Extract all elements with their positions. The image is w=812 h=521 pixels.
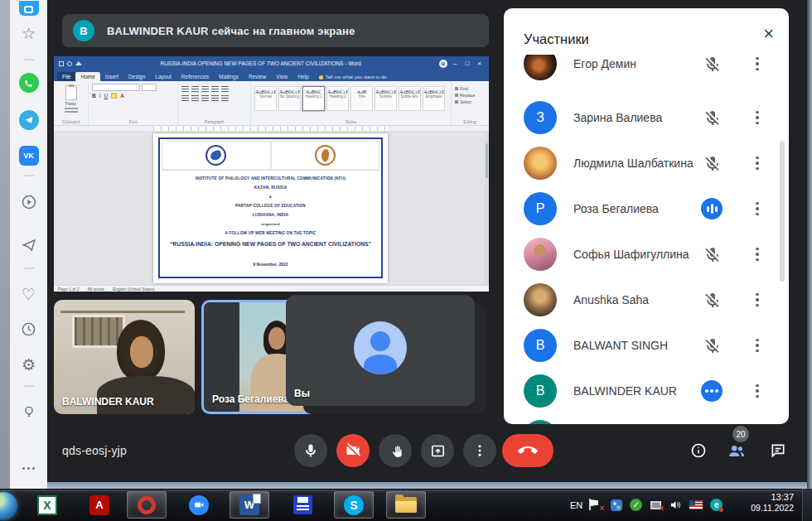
- participant-row[interactable]: Егор Демин: [504, 55, 789, 86]
- tab-review[interactable]: Review: [244, 72, 271, 81]
- taskbar-save-app[interactable]: [283, 491, 322, 519]
- taskbar-word[interactable]: W: [230, 491, 269, 519]
- end-call-button[interactable]: [502, 434, 553, 467]
- more-options-icon[interactable]: [751, 244, 764, 265]
- us-flag-icon[interactable]: [689, 500, 703, 509]
- more-options-icon[interactable]: [751, 198, 764, 219]
- taskbar-acrobat[interactable]: A: [80, 491, 119, 519]
- bookmarks-star-icon[interactable]: ☆: [10, 23, 47, 43]
- font-name-box[interactable]: [92, 84, 140, 91]
- tray-e-icon[interactable]: e: [710, 499, 723, 511]
- vk-icon[interactable]: VK: [10, 146, 47, 166]
- tell-me-box[interactable]: Tell me what you want to do: [314, 73, 392, 81]
- telegram-icon[interactable]: [10, 110, 47, 130]
- cut-copy-lines[interactable]: [65, 108, 78, 109]
- send-arrow-icon[interactable]: [10, 235, 47, 255]
- lightbulb-icon[interactable]: [10, 402, 47, 422]
- whatsapp-icon[interactable]: [10, 73, 47, 93]
- line-spacing-icon[interactable]: [221, 95, 229, 102]
- align-left-icon[interactable]: [181, 95, 189, 102]
- close-panel-icon[interactable]: ×: [763, 25, 774, 43]
- word-account-avatar[interactable]: B: [439, 60, 447, 68]
- style-chip[interactable]: AaBbCcDdNormal: [254, 86, 277, 111]
- present-button[interactable]: [421, 434, 454, 467]
- font-size-box[interactable]: [142, 84, 157, 91]
- more-options-icon[interactable]: [751, 335, 764, 356]
- mic-button[interactable]: [294, 434, 327, 467]
- participant-row[interactable]: B BALWINDER KAUR: [504, 414, 789, 424]
- tab-help[interactable]: Help: [292, 72, 313, 81]
- style-chip[interactable]: AaBbCcDdEmphasis: [423, 86, 445, 111]
- more-options-icon[interactable]: [751, 55, 764, 75]
- bullets-icon[interactable]: [181, 86, 189, 93]
- participant-row[interactable]: B BALWINDER KAUR: [504, 369, 789, 413]
- style-chip[interactable]: AaBbCcDSubtitle: [375, 86, 397, 111]
- style-chip[interactable]: AaBbCcDHeading 2: [326, 86, 349, 111]
- close-button[interactable]: ×: [475, 60, 484, 67]
- device-error-icon[interactable]: ×: [650, 499, 662, 511]
- taskbar-explorer[interactable]: [386, 491, 426, 519]
- style-chip[interactable]: AaBbCcDdNo Spacing: [278, 86, 301, 111]
- undo-icon[interactable]: [67, 61, 72, 66]
- align-center-icon[interactable]: [191, 95, 199, 102]
- history-clock-icon[interactable]: [10, 319, 47, 339]
- taskbar-opera[interactable]: [127, 491, 167, 519]
- more-options-icon[interactable]: [751, 380, 764, 402]
- taskbar-skype[interactable]: S: [334, 491, 374, 519]
- style-chip-selected[interactable]: AaBbCHeading 1: [302, 86, 325, 111]
- more-options-icon[interactable]: [751, 289, 764, 311]
- show-desktop-button[interactable]: [802, 489, 812, 521]
- tab-home[interactable]: Home: [75, 72, 99, 81]
- word-scrollbar[interactable]: [485, 132, 489, 285]
- restore-button[interactable]: □: [462, 60, 471, 67]
- quick-access-toolbar[interactable]: [59, 61, 82, 66]
- camera-off-button[interactable]: [336, 434, 370, 467]
- justify-icon[interactable]: [211, 95, 219, 102]
- more-options-icon[interactable]: [751, 107, 764, 128]
- highlight-button[interactable]: [111, 93, 117, 99]
- tab-view[interactable]: View: [271, 72, 292, 81]
- style-chip[interactable]: AaBTitle: [350, 86, 373, 111]
- taskbar-clock[interactable]: 13:37 09.11.2022: [751, 492, 794, 514]
- align-right-icon[interactable]: [201, 95, 209, 102]
- participants-button[interactable]: [727, 441, 746, 460]
- antivirus-ok-icon[interactable]: ✓: [630, 499, 642, 511]
- settings-gear-icon[interactable]: ⚙: [10, 355, 47, 374]
- font-color-button[interactable]: A: [120, 93, 124, 99]
- tab-design[interactable]: Design: [123, 72, 150, 81]
- chat-button[interactable]: [769, 441, 787, 460]
- volume-icon[interactable]: [669, 499, 682, 511]
- favorites-heart-icon[interactable]: ♡: [10, 284, 47, 304]
- participant-row[interactable]: Людмила Шалбаткина: [504, 141, 789, 186]
- tab-insert[interactable]: Insert: [100, 72, 123, 81]
- redo-icon[interactable]: [75, 61, 82, 65]
- find-item[interactable]: Find: [455, 86, 485, 91]
- participant-row[interactable]: Софья Шафигуллина: [504, 232, 789, 277]
- tab-file[interactable]: File: [57, 72, 75, 81]
- underline-button[interactable]: U: [104, 93, 109, 99]
- translate-tray-icon[interactable]: [610, 499, 622, 511]
- language-indicator[interactable]: EN: [570, 500, 582, 510]
- sort-icon[interactable]: [221, 86, 229, 93]
- messenger-icon[interactable]: [10, 0, 47, 17]
- action-center-flag-icon[interactable]: ×: [590, 499, 602, 511]
- select-item[interactable]: Select: [455, 99, 485, 104]
- bold-button[interactable]: B: [92, 93, 96, 99]
- tab-layout[interactable]: Layout: [150, 72, 176, 81]
- player-icon[interactable]: [10, 192, 47, 212]
- participant-row[interactable]: З Зарина Валиева: [504, 95, 789, 140]
- multilevel-icon[interactable]: [201, 86, 209, 93]
- more-options-button[interactable]: [463, 434, 496, 467]
- participant-row[interactable]: B BALWANT SINGH: [504, 323, 789, 368]
- style-chip[interactable]: AaBbCcDdSubtle Em.: [399, 86, 421, 111]
- meeting-details-button[interactable]: [689, 441, 708, 460]
- tab-mailings[interactable]: Mailings: [214, 72, 244, 81]
- raise-hand-button[interactable]: [379, 434, 412, 467]
- sidebar-more-icon[interactable]: [10, 460, 47, 476]
- taskbar-camera-app[interactable]: [179, 491, 219, 519]
- cut-copy-lines[interactable]: [65, 111, 78, 113]
- participant-row[interactable]: Р Роза Бегалиева: [504, 186, 789, 231]
- video-tile-balwinder[interactable]: BALWINDER KAUR: [54, 300, 195, 414]
- save-icon[interactable]: [59, 61, 64, 66]
- italic-button[interactable]: I: [99, 93, 101, 99]
